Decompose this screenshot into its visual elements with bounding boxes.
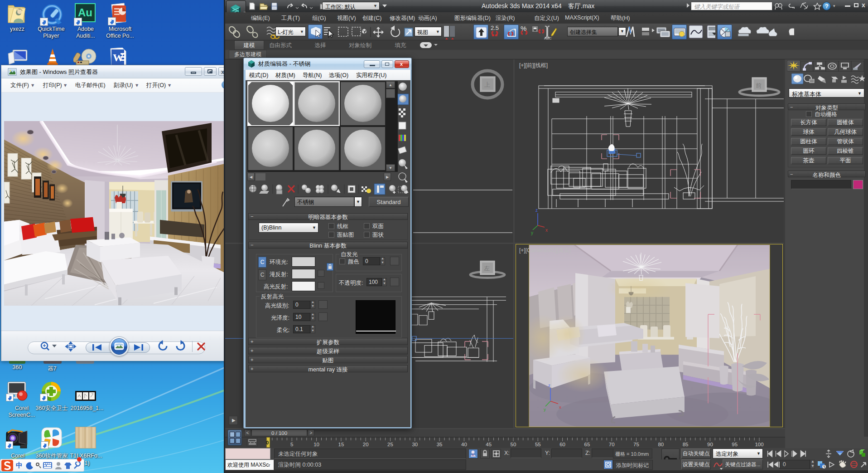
svg-text:z: z [548,383,550,388]
svg-text:55: 55 [535,442,541,447]
svg-text:y: y [531,230,533,235]
svg-text:20: 20 [363,442,369,447]
svg-text:100: 100 [755,442,763,447]
svg-text:上: 上 [484,81,490,88]
svg-text:75: 75 [633,442,639,447]
svg-text:左: 左 [484,265,490,272]
svg-text:10: 10 [313,442,319,447]
svg-text:ABC: ABC [544,36,552,40]
svg-text:25: 25 [387,442,393,447]
svg-text:z: z [535,208,538,213]
svg-text:15: 15 [338,442,344,447]
svg-text:90: 90 [707,442,713,447]
svg-text:y: y [544,407,546,412]
svg-text:x: x [545,228,548,233]
svg-text:60: 60 [559,442,565,447]
svg-text:70: 70 [609,442,615,447]
svg-text:35: 35 [437,442,443,447]
svg-text:40: 40 [461,442,467,447]
svg-text:95: 95 [732,442,738,447]
svg-text:5: 5 [290,442,293,447]
svg-text:65: 65 [584,442,590,447]
svg-text:80: 80 [658,442,664,447]
svg-text:30: 30 [412,442,418,447]
svg-text:45: 45 [486,442,492,447]
svg-text:50: 50 [511,442,516,447]
svg-text:前: 前 [756,82,762,89]
svg-text:85: 85 [683,442,689,447]
svg-text:x: x [559,405,561,410]
